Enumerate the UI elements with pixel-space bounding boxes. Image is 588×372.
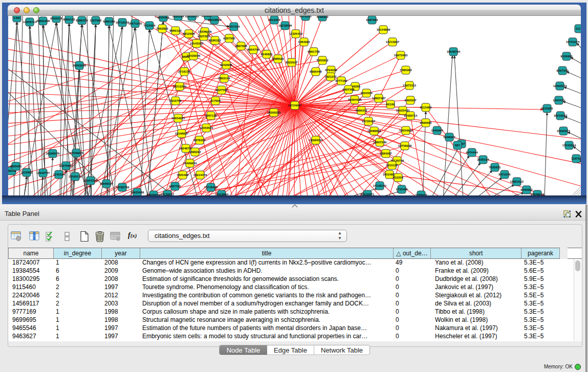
svg-text:9463627: 9463627 <box>404 99 417 102</box>
svg-text:9699695: 9699695 <box>420 121 432 124</box>
svg-text:6497568: 6497568 <box>342 88 355 91</box>
svg-text:3267130: 3267130 <box>205 114 217 117</box>
svg-text:3215955: 3215955 <box>541 107 553 110</box>
svg-text:1364093: 1364093 <box>298 40 310 43</box>
svg-text:6794028: 6794028 <box>325 69 337 72</box>
svg-text:62160: 62160 <box>386 103 395 106</box>
svg-text:10807487: 10807487 <box>372 97 386 100</box>
svg-text:7515524: 7515524 <box>143 24 156 27</box>
svg-text:1733426: 1733426 <box>396 188 408 191</box>
svg-text:116753: 116753 <box>571 157 581 160</box>
svg-text:7816184: 7816184 <box>172 16 184 18</box>
svg-text:93975887: 93975887 <box>59 164 73 167</box>
svg-text:1405: 1405 <box>13 16 20 19</box>
svg-text:417005: 417005 <box>210 99 221 102</box>
svg-text:9146821: 9146821 <box>260 53 273 56</box>
svg-text:20364436: 20364436 <box>348 98 362 101</box>
svg-text:8427552: 8427552 <box>215 89 228 92</box>
svg-text:4835061: 4835061 <box>10 165 22 168</box>
svg-text:12942757: 12942757 <box>36 171 50 174</box>
svg-text:1527602: 1527602 <box>90 19 102 22</box>
svg-text:10719155: 10719155 <box>116 21 129 24</box>
svg-text:12923468: 12923468 <box>130 191 144 194</box>
svg-text:5498222: 5498222 <box>189 150 201 154</box>
svg-text:15495714: 15495714 <box>404 114 418 117</box>
svg-text:10958107: 10958107 <box>100 182 114 185</box>
svg-text:18807249: 18807249 <box>373 141 387 144</box>
svg-text:14055714: 14055714 <box>23 20 37 24</box>
svg-text:15751074: 15751074 <box>566 40 580 43</box>
svg-text:97848018: 97848018 <box>531 193 545 195</box>
svg-text:9129966: 9129966 <box>560 55 573 58</box>
svg-text:3624554: 3624554 <box>360 92 373 95</box>
svg-text:2803144: 2803144 <box>218 77 230 80</box>
svg-text:9474444: 9474444 <box>466 151 478 154</box>
svg-text:0433218: 0433218 <box>50 17 62 20</box>
svg-text:15409934: 15409934 <box>183 162 197 165</box>
svg-text:8322037: 8322037 <box>286 61 298 64</box>
svg-text:12093573: 12093573 <box>553 84 567 87</box>
svg-text:252254: 252254 <box>393 176 404 179</box>
svg-text:8454749: 8454749 <box>247 48 259 51</box>
svg-text:1588520: 1588520 <box>272 57 284 60</box>
svg-text:687: 687 <box>455 144 461 147</box>
svg-text:1226916: 1226916 <box>415 193 427 195</box>
svg-text:9327505: 9327505 <box>223 37 235 40</box>
svg-text:7955812: 7955812 <box>316 59 329 62</box>
svg-text:11325419: 11325419 <box>289 32 303 35</box>
svg-text:10654925: 10654925 <box>171 117 185 120</box>
svg-text:20206576: 20206576 <box>46 152 60 155</box>
svg-text:1615594: 1615594 <box>157 16 169 19</box>
svg-text:9600133: 9600133 <box>63 18 75 21</box>
svg-text:7986372: 7986372 <box>355 109 367 112</box>
svg-text:15692971: 15692971 <box>557 129 571 133</box>
svg-text:17359924: 17359924 <box>70 151 83 155</box>
svg-text:17957225: 17957225 <box>84 179 98 182</box>
svg-text:16782759: 16782759 <box>116 186 129 189</box>
svg-text:12975115: 12975115 <box>403 84 417 87</box>
svg-text:12505135: 12505135 <box>69 175 82 178</box>
svg-text:7632621: 7632621 <box>489 166 501 169</box>
svg-text:9777169: 9777169 <box>335 79 347 82</box>
svg-text:9242848: 9242848 <box>220 63 232 67</box>
svg-text:6475255: 6475255 <box>299 16 312 18</box>
svg-text:1910756: 1910756 <box>169 99 182 102</box>
svg-text:10756928: 10756928 <box>398 144 412 147</box>
svg-text:16543382: 16543382 <box>190 42 204 45</box>
svg-text:1615152: 1615152 <box>386 164 398 167</box>
svg-text:8471676: 8471676 <box>498 173 511 176</box>
svg-text:14136141: 14136141 <box>373 184 387 187</box>
svg-text:10688609: 10688609 <box>367 129 381 133</box>
svg-text:5938923: 5938923 <box>443 136 455 139</box>
svg-text:7485063: 7485063 <box>400 69 412 72</box>
svg-text:9227343: 9227343 <box>556 69 569 72</box>
svg-text:6966160: 6966160 <box>103 20 115 23</box>
svg-text:2087682: 2087682 <box>366 18 378 21</box>
svg-text:9115460: 9115460 <box>420 106 432 109</box>
svg-text:16671355: 16671355 <box>128 22 142 25</box>
svg-text:19218506: 19218506 <box>278 24 292 27</box>
svg-text:9084067: 9084067 <box>380 152 392 155</box>
svg-text:1115682: 1115682 <box>21 171 33 174</box>
svg-text:2867608: 2867608 <box>235 45 247 48</box>
svg-text:8813054: 8813054 <box>268 18 280 21</box>
svg-text:02654235: 02654235 <box>185 16 199 18</box>
svg-text:96532871: 96532871 <box>361 193 375 195</box>
svg-text:8990448: 8990448 <box>310 70 322 73</box>
svg-text:15720407: 15720407 <box>362 120 376 123</box>
svg-text:64835030: 64835030 <box>147 193 161 195</box>
svg-text:12353594: 12353594 <box>200 126 213 129</box>
svg-text:19166827: 19166827 <box>175 132 189 135</box>
svg-text:8186323: 8186323 <box>209 39 221 42</box>
svg-text:19384554: 19384554 <box>309 139 323 142</box>
svg-text:8386379: 8386379 <box>76 19 88 22</box>
svg-text:23420046: 23420046 <box>187 54 201 57</box>
svg-text:1117: 1117 <box>576 27 581 30</box>
svg-text:7357224: 7357224 <box>228 25 240 28</box>
svg-text:15716485: 15716485 <box>204 186 218 189</box>
svg-text:18300295: 18300295 <box>267 111 281 114</box>
svg-text:19654923: 19654923 <box>399 129 413 132</box>
svg-text:6961758: 6961758 <box>308 50 320 53</box>
svg-text:17016504: 17016504 <box>562 144 576 147</box>
svg-text:18724007: 18724007 <box>288 104 302 107</box>
